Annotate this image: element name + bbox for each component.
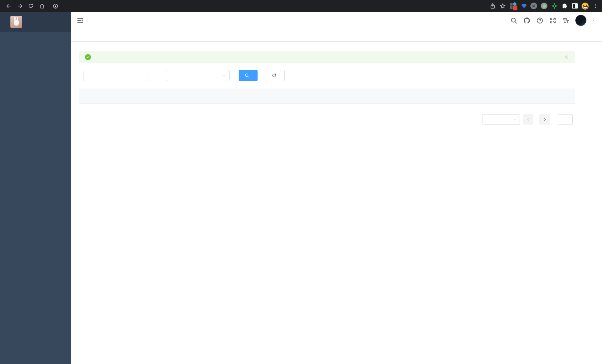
sidebar [0,12,71,364]
extension-badge [513,6,517,10]
top-navbar [71,12,602,29]
logo-avatar [10,16,22,28]
prev-page-button[interactable] [523,114,533,125]
next-page-button[interactable] [539,114,550,125]
sidebar-menu-bottom [0,32,71,364]
table-header-row [79,89,575,104]
search-icon[interactable] [510,17,517,24]
chevron-down-icon [592,19,595,22]
page-content [71,42,602,125]
fullscreen-icon[interactable] [549,17,556,24]
bookmark-star-icon[interactable] [500,3,506,9]
refresh-icon [272,73,277,78]
profile-emoji-avatar[interactable] [582,3,589,10]
gem-extension-icon[interactable] [521,4,527,8]
reset-button[interactable] [266,70,285,81]
success-check-icon [85,54,91,60]
share-icon[interactable] [490,3,496,9]
green-extension-icon[interactable] [541,3,547,9]
side-panel-icon[interactable] [572,3,578,9]
gray-extension-icon[interactable]: ⌘ [530,3,537,9]
doc-alert [79,51,575,63]
browser-home-button[interactable] [37,1,47,11]
user-type-select[interactable] [166,70,230,81]
token-table [79,89,575,104]
hamburger-icon[interactable] [76,17,84,24]
pagination [79,114,575,125]
browser-menu-icon[interactable] [592,3,598,9]
app-logo[interactable] [0,12,71,32]
extension-collection-icon[interactable] [510,2,518,10]
page-size-select[interactable] [482,114,520,125]
browser-forward-button[interactable] [15,1,24,11]
user-id-input[interactable] [84,70,147,81]
user-menu[interactable] [575,15,595,26]
search-icon [245,73,249,78]
tags-view [71,29,602,42]
font-size-icon[interactable] [562,17,569,24]
user-avatar [575,15,586,26]
browser-back-button[interactable] [4,1,13,11]
puzzle-extension-icon[interactable] [562,3,568,9]
page-info-icon[interactable] [53,3,58,9]
green-star-extension-icon[interactable] [551,3,558,9]
address-bar[interactable] [48,3,485,9]
search-button[interactable] [239,70,258,81]
goto-page-input[interactable] [558,114,573,125]
browser-reload-button[interactable] [26,1,36,11]
chevron-down-icon [513,118,517,121]
browser-chrome: ⌘ [0,0,602,12]
filter-bar [79,70,575,81]
github-icon[interactable] [523,17,530,24]
chevron-down-icon [222,74,226,77]
help-icon[interactable] [536,17,543,24]
alert-close-icon[interactable] [564,54,569,60]
